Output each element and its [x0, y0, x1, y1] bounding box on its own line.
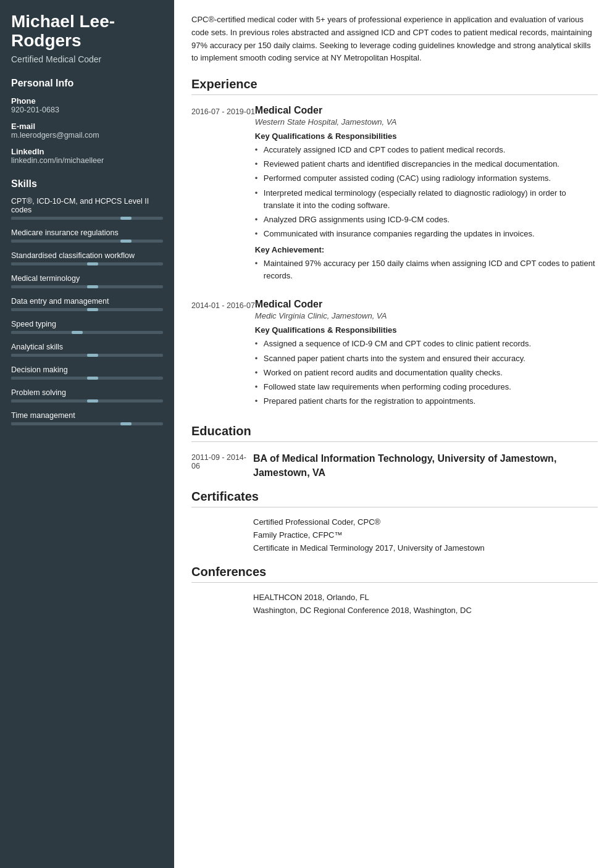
- skill-bar-fill: [11, 240, 120, 243]
- skill-bar-accent: [87, 262, 98, 265]
- exp-bullet: Communicated with insurance companies re…: [255, 228, 598, 240]
- skill-name: Decision making: [11, 365, 163, 374]
- skill-bar-fill: [11, 262, 87, 265]
- exp-content: Medical Coder Western State Hospital, Ja…: [255, 105, 598, 284]
- skill-bar-fill: [11, 217, 120, 220]
- skills-heading: Skills: [11, 178, 163, 190]
- skill-bar-fill: [11, 308, 87, 311]
- email-label: E-mail: [11, 122, 163, 131]
- skill-item: Medicare insurance regulations: [11, 228, 163, 243]
- phone-value: 920-201-0683: [11, 106, 163, 114]
- skill-bar-background: [11, 217, 163, 220]
- linkedin-item: LinkedIn linkedin.com/in/michaelleer: [11, 147, 163, 165]
- skill-bar-accent: [87, 285, 98, 288]
- experience-block: 2016-07 - 2019-01 Medical Coder Western …: [191, 105, 598, 284]
- personal-info-heading: Personal Info: [11, 78, 163, 89]
- skill-item: CPT®, ICD-10-CM, and HCPCS Level II code…: [11, 197, 163, 220]
- skill-item: Data entry and management: [11, 297, 163, 311]
- main-content: CPC®-certified medical coder with 5+ yea…: [174, 0, 615, 868]
- exp-bullet: Performed computer assisted coding (CAC)…: [255, 172, 598, 185]
- qualifications-heading: Key Qualifications & Responsibilities: [255, 131, 598, 141]
- candidate-title: Certified Medical Coder: [11, 54, 163, 64]
- skill-bar-background: [11, 377, 163, 380]
- skill-name: Data entry and management: [11, 297, 163, 306]
- skill-item: Medical terminology: [11, 274, 163, 288]
- skill-bar-accent: [87, 399, 98, 403]
- exp-bullet: Worked on patient record audits and docu…: [255, 367, 598, 379]
- exp-bullet: Followed state law requirements when per…: [255, 381, 598, 393]
- experience-list: 2016-07 - 2019-01 Medical Coder Western …: [191, 105, 598, 409]
- phone-item: Phone 920-201-0683: [11, 96, 163, 114]
- candidate-name: Michael Lee-Rodgers: [11, 12, 163, 51]
- exp-job-title: Medical Coder: [255, 299, 598, 310]
- conference-item: Washington, DC Regional Conference 2018,…: [253, 606, 598, 615]
- exp-bullet: Accurately assigned ICD and CPT codes to…: [255, 144, 598, 156]
- skill-bar-accent: [120, 240, 132, 243]
- exp-bullets: Assigned a sequence of ICD-9 CM and CPT …: [255, 338, 598, 407]
- linkedin-label: LinkedIn: [11, 147, 163, 156]
- exp-bullets: Accurately assigned ICD and CPT codes to…: [255, 144, 598, 240]
- education-section-title: Education: [191, 424, 598, 442]
- exp-bullet: Reviewed patient charts and identified d…: [255, 158, 598, 170]
- skill-item: Analytical skills: [11, 343, 163, 357]
- email-item: E-mail m.leerodgers@gmail.com: [11, 122, 163, 140]
- certificate-item: Certified Professional Coder, CPC®: [253, 517, 598, 527]
- achievement-bullet: Maintained 97% accuracy per 150 daily cl…: [255, 257, 598, 282]
- skill-name: Analytical skills: [11, 343, 163, 351]
- linkedin-value: linkedin.com/in/michaelleer: [11, 156, 163, 165]
- skill-bar-background: [11, 308, 163, 311]
- education-list: 2011-09 - 2014-06 BA of Medical Informat…: [191, 452, 598, 480]
- exp-date: 2014-01 - 2016-07: [191, 299, 255, 409]
- achievement-bullets: Maintained 97% accuracy per 150 daily cl…: [255, 257, 598, 282]
- achievement-heading: Key Achievement:: [255, 245, 598, 254]
- skill-bar-accent: [120, 217, 132, 220]
- certificate-item: Family Practice, CFPC™: [253, 530, 598, 540]
- certificates-section-title: Certificates: [191, 490, 598, 507]
- skill-bar-fill: [11, 399, 87, 403]
- skill-bar-background: [11, 354, 163, 357]
- certificates-list: Certified Professional Coder, CPC®Family…: [191, 517, 598, 553]
- skill-bar-fill: [11, 377, 87, 380]
- certificate-item: Certificate in Medical Terminology 2017,…: [253, 543, 598, 553]
- education-block: 2011-09 - 2014-06 BA of Medical Informat…: [191, 452, 598, 480]
- skill-name: Standardised classification workflow: [11, 251, 163, 260]
- conferences-section-title: Conferences: [191, 565, 598, 583]
- conferences-list: HEALTHCON 2018, Orlando, FLWashington, D…: [191, 593, 598, 615]
- skill-item: Time management: [11, 411, 163, 425]
- skill-bar-background: [11, 240, 163, 243]
- exp-content: Medical Coder Medic Virginia Clinic, Jam…: [255, 299, 598, 409]
- skill-name: CPT®, ICD-10-CM, and HCPCS Level II code…: [11, 197, 163, 214]
- experience-section-title: Experience: [191, 77, 598, 95]
- skill-name: Speed typing: [11, 320, 163, 328]
- qualifications-heading: Key Qualifications & Responsibilities: [255, 325, 598, 335]
- skill-bar-background: [11, 422, 163, 425]
- skill-bar-accent: [87, 354, 98, 357]
- skill-bar-fill: [11, 285, 87, 288]
- edu-degree: BA of Medical Information Technology, Un…: [253, 452, 598, 480]
- skill-bar-background: [11, 399, 163, 403]
- summary-text: CPC®-certified medical coder with 5+ yea…: [191, 14, 598, 65]
- exp-bullet: Scanned paper patient charts into the sy…: [255, 353, 598, 365]
- skill-bar-fill: [11, 354, 87, 357]
- skill-bar-accent: [87, 308, 98, 311]
- exp-date: 2016-07 - 2019-01: [191, 105, 255, 284]
- skill-name: Medical terminology: [11, 274, 163, 283]
- sidebar: Michael Lee-Rodgers Certified Medical Co…: [0, 0, 174, 868]
- exp-job-title: Medical Coder: [255, 105, 598, 116]
- exp-bullet: Analyzed DRG assignments using ICD-9-CM …: [255, 214, 598, 226]
- exp-company: Western State Hospital, Jamestown, VA: [255, 117, 598, 127]
- skill-bar-background: [11, 285, 163, 288]
- skill-item: Decision making: [11, 365, 163, 380]
- skill-item: Standardised classification workflow: [11, 251, 163, 265]
- conference-item: HEALTHCON 2018, Orlando, FL: [253, 593, 598, 602]
- skill-item: Speed typing: [11, 320, 163, 334]
- skill-bar-fill: [11, 422, 120, 425]
- skill-bar-fill: [11, 331, 72, 334]
- exp-bullet: Interpreted medical terminology (especia…: [255, 187, 598, 212]
- skill-name: Problem solving: [11, 388, 163, 397]
- phone-label: Phone: [11, 96, 163, 106]
- skill-bar-background: [11, 262, 163, 265]
- exp-bullet: Prepared patient charts for the registra…: [255, 395, 598, 407]
- skill-name: Time management: [11, 411, 163, 420]
- edu-date: 2011-09 - 2014-06: [191, 452, 253, 480]
